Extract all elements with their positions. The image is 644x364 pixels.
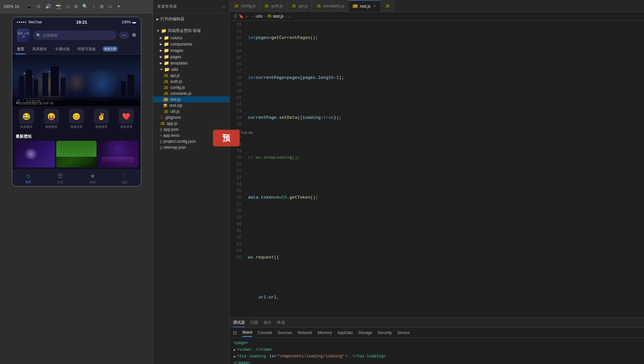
util-js-label: util.js bbox=[170, 109, 179, 114]
bottom-panel-tabs: 调试器 问题 输出 终端 bbox=[230, 318, 644, 328]
tab-auth-js[interactable]: JS auth.js bbox=[260, 0, 287, 12]
branch-icon[interactable]: ⑃ bbox=[93, 4, 95, 9]
file-api-js[interactable]: JS api.js bbox=[153, 73, 229, 79]
tab-constants-js[interactable]: JS constants.js bbox=[312, 0, 348, 12]
folder-pages[interactable]: ▶ 📁 pages bbox=[153, 54, 229, 60]
add-button[interactable]: ⊕ bbox=[132, 32, 136, 39]
images-arrow: ▶ bbox=[160, 49, 162, 52]
status-left: ●●●●● WeChat bbox=[17, 20, 42, 24]
sitemap-icon: {} bbox=[160, 145, 162, 149]
code-line-13 bbox=[245, 94, 644, 101]
api-js-tab-label: api.js bbox=[298, 4, 308, 8]
more-button[interactable]: ··· bbox=[119, 32, 129, 39]
emoji-item-4[interactable]: ✌️ 精选背景 bbox=[90, 109, 113, 129]
phone-emoji-row: 😂 风景建筑 😝 精选壁纸 😊 精选背景 ✌️ 精选背景 bbox=[12, 106, 141, 132]
tab-scenery[interactable]: 风景建筑 bbox=[31, 45, 48, 54]
record-icon[interactable]: ⊙ bbox=[37, 4, 41, 9]
devtool-tab-console[interactable]: Console bbox=[258, 329, 272, 336]
breadcrumb-toolbar-icon1[interactable]: ☰ bbox=[234, 14, 237, 19]
breadcrumb-back-button[interactable]: ← bbox=[245, 14, 249, 19]
devtool-tab-wxml[interactable]: Wxml bbox=[242, 329, 252, 337]
status-time: 19:21 bbox=[76, 20, 87, 25]
screenshot-icon[interactable]: 📸 bbox=[56, 4, 61, 9]
emoji-label-2: 精选壁纸 bbox=[45, 125, 57, 129]
api-js-icon: JS bbox=[163, 74, 169, 78]
magic-icon[interactable]: ✦ bbox=[117, 4, 121, 9]
file-rest-js[interactable]: JS rest.js bbox=[153, 96, 229, 102]
tab-api-js[interactable]: JS api.js bbox=[287, 0, 312, 12]
volume-icon[interactable]: 🔊 bbox=[45, 4, 51, 9]
search-icon[interactable]: 🔍 bbox=[82, 4, 88, 9]
tab-celebrity[interactable]: 明星写真集 bbox=[76, 45, 97, 54]
emoji-item-5[interactable]: ❤️ 精选背景 bbox=[115, 109, 138, 129]
phone-main-image: 🔊 仅供测试用 木纹皮肤纸纸免版下载 免费下载 bbox=[12, 55, 141, 106]
file-auth-js[interactable]: JS auth.js bbox=[153, 79, 229, 85]
emoji-circle-2: 😝 bbox=[44, 109, 59, 124]
breadcrumb-bookmark-icon[interactable]: 🔖 bbox=[239, 14, 244, 19]
devtool-tab-sources[interactable]: Sources bbox=[278, 329, 292, 336]
devtool-tab-memory[interactable]: Memory bbox=[318, 329, 332, 336]
folder-images[interactable]: ▶ 📁 images bbox=[153, 47, 229, 54]
tab-config-js[interactable]: JS config.js bbox=[230, 0, 260, 12]
xml-loading-expand[interactable]: ▶ bbox=[234, 354, 236, 359]
file-rest-zip[interactable]: 📦 rest.zip bbox=[153, 102, 229, 108]
emoji-item-1[interactable]: 😂 风景建筑 bbox=[15, 109, 38, 129]
emoji-item-3[interactable]: 😊 精选背景 bbox=[65, 109, 88, 129]
rest-zip-icon: 📦 bbox=[163, 103, 168, 108]
copy-icon[interactable]: ⧉ bbox=[74, 4, 78, 9]
xml-view-expand[interactable]: ▶ bbox=[234, 347, 236, 352]
breadcrumb-ellipsis: ... bbox=[288, 14, 291, 19]
breadcrumb-forward-button[interactable]: → bbox=[250, 14, 254, 19]
wallpaper-2[interactable] bbox=[56, 141, 97, 167]
nav-mine[interactable]: ♡ 我的 bbox=[108, 172, 141, 185]
project-header[interactable]: ▼ 📁 高端黑金壁纸 前端 bbox=[153, 27, 229, 35]
folder-templates[interactable]: ▶ 📁 templates bbox=[153, 60, 229, 66]
devtool-inspect-icon[interactable]: ⊡ bbox=[233, 329, 237, 337]
folder-utils[interactable]: ▼ 📂 utils bbox=[153, 66, 229, 73]
back-icon[interactable]: ◁ bbox=[66, 4, 70, 9]
bottom-tab-output[interactable]: 输出 bbox=[264, 318, 272, 327]
phone-icon[interactable]: 📱 bbox=[26, 4, 32, 9]
tab-extra[interactable]: JS bbox=[381, 0, 394, 12]
xml-view-tag: <view> bbox=[237, 347, 251, 352]
app-js-icon: JS bbox=[160, 121, 165, 125]
file-gitignore[interactable]: ⬡ .gitignore bbox=[153, 114, 229, 120]
tab-home[interactable]: 首页 bbox=[16, 45, 26, 54]
explorer-more-button[interactable]: ··· bbox=[221, 4, 225, 9]
auth-js-icon: JS bbox=[163, 80, 169, 84]
bottom-tab-terminal[interactable]: 终端 bbox=[277, 318, 285, 327]
file-util-js[interactable]: JS util.js bbox=[153, 108, 229, 114]
xml-line-page: <page> bbox=[234, 340, 640, 346]
project-label: 高端黑金壁纸 前端 bbox=[168, 28, 201, 34]
file-app-js[interactable]: JS app.js bbox=[153, 120, 229, 126]
tab-rest-js[interactable]: JS rest.js ✕ bbox=[348, 0, 381, 12]
phone-search-bar[interactable]: 🔍 点我搜索 bbox=[33, 31, 117, 40]
rest-js-close-button[interactable]: ✕ bbox=[372, 4, 376, 8]
file-constants-js[interactable]: JS constants.js bbox=[153, 91, 229, 96]
bottom-tab-debugger[interactable]: 调试器 bbox=[233, 318, 245, 327]
open-editors-header[interactable]: ▶ 打开的编辑器 bbox=[153, 15, 229, 23]
devtool-tab-network[interactable]: Network bbox=[298, 329, 312, 336]
devtool-tab-security[interactable]: Security bbox=[377, 329, 392, 336]
file-config-js[interactable]: JS config.js bbox=[153, 85, 229, 91]
nav-home[interactable]: ⌂ 首页 bbox=[12, 172, 45, 185]
wallpaper-3[interactable] bbox=[98, 141, 138, 167]
bottom-tab-issues[interactable]: 问题 bbox=[250, 318, 258, 327]
grid-icon[interactable]: ⊞ bbox=[100, 4, 104, 9]
devtool-tab-storage[interactable]: Storage bbox=[358, 329, 372, 336]
folder-colorui[interactable]: ▶ 📁 colorui bbox=[153, 35, 229, 41]
emoji-label-3: 精选背景 bbox=[71, 125, 83, 129]
colorui-arrow: ▶ bbox=[160, 36, 162, 40]
constants-js-tab-label: constants.js bbox=[323, 4, 344, 8]
wallpaper-1[interactable] bbox=[15, 141, 55, 167]
nav-ranking[interactable]: ★ 榜单 bbox=[77, 172, 109, 185]
devtool-tab-sensor[interactable]: Sensor bbox=[397, 329, 410, 336]
tab-more[interactable]: 更多分类 bbox=[103, 46, 118, 52]
panel-icon[interactable]: ▱ bbox=[108, 4, 112, 9]
tab-cartoon[interactable]: 卡通动漫 bbox=[54, 45, 71, 54]
folder-components[interactable]: ▶ 📁 components bbox=[153, 41, 229, 47]
emoji-item-2[interactable]: 😝 精选壁纸 bbox=[40, 109, 63, 129]
devtool-tab-appdata[interactable]: AppData bbox=[337, 329, 353, 336]
templates-arrow: ▶ bbox=[160, 61, 162, 65]
nav-category[interactable]: ☰ 分类 bbox=[44, 172, 77, 185]
